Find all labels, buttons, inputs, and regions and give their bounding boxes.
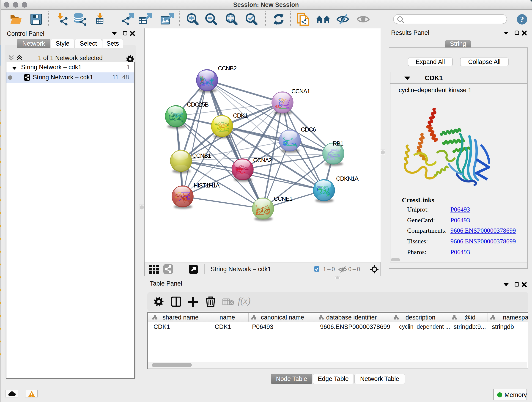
svg-text:CCNA2: CCNA2 xyxy=(253,157,272,164)
svg-text:CDK1: CDK1 xyxy=(233,112,248,119)
svg-text:CCNA1: CCNA1 xyxy=(291,88,310,95)
svg-text:CCNE1: CCNE1 xyxy=(274,195,293,202)
svg-text:CDC25B: CDC25B xyxy=(187,101,209,108)
svg-text:CDKN1A: CDKN1A xyxy=(336,175,359,182)
svg-text:HIST1H1A: HIST1H1A xyxy=(194,182,220,189)
svg-text:CCNB1: CCNB1 xyxy=(192,152,211,159)
svg-text:CDC6: CDC6 xyxy=(301,126,316,133)
svg-text:CCNB2: CCNB2 xyxy=(218,65,237,72)
svg-text:RB1: RB1 xyxy=(333,140,343,147)
